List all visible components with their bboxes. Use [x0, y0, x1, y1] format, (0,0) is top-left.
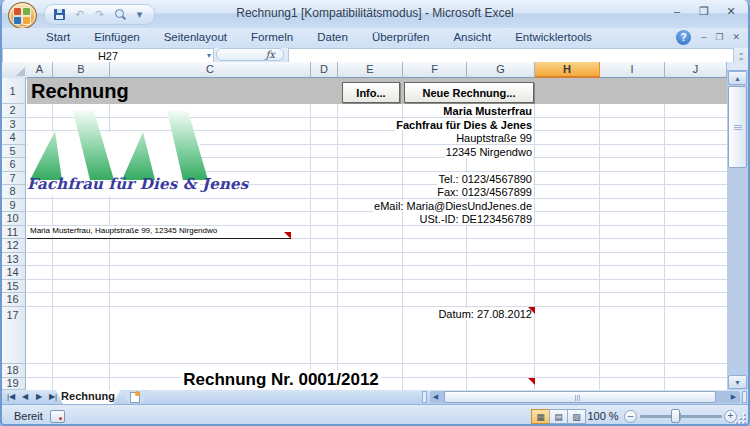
- column-header-selected[interactable]: H: [535, 62, 600, 78]
- minimize-button[interactable]: –: [670, 5, 684, 18]
- last-sheet-button[interactable]: ▶|: [48, 391, 58, 403]
- info-button[interactable]: Info...: [342, 82, 400, 103]
- name-box[interactable]: H27 ▾: [2, 48, 214, 63]
- scroll-down-button[interactable]: ▼: [728, 375, 747, 389]
- scroll-right-button[interactable]: ▶: [727, 391, 740, 403]
- zoom-level: 100 %: [586, 410, 620, 422]
- vertical-split-handle[interactable]: [727, 62, 748, 71]
- column-header[interactable]: J: [665, 62, 727, 78]
- gridline: [664, 78, 665, 390]
- excel-window: ↶ ↷ ▾ Rechnung1 [Kompatibilitätsmodus] -…: [0, 0, 750, 426]
- workbook-minimize-button[interactable]: –: [701, 32, 706, 42]
- row-header[interactable]: 6: [0, 158, 26, 172]
- status-mode: Bereit: [14, 410, 43, 422]
- help-button[interactable]: ?: [676, 30, 691, 45]
- view-page-layout-button[interactable]: ▤: [549, 409, 568, 424]
- horizontal-split-handle[interactable]: [742, 391, 747, 403]
- sender-underline: [27, 238, 291, 239]
- window-title: Rechnung1 [Kompatibilitätsmodus] - Micro…: [0, 6, 750, 20]
- vertical-scrollbar[interactable]: ▲ ▼: [727, 62, 748, 390]
- workbook-close-button[interactable]: ✕: [732, 32, 740, 42]
- tab-ansicht[interactable]: Ansicht: [441, 28, 503, 48]
- row-header[interactable]: 9: [0, 199, 26, 213]
- sheet-tab-rechnung[interactable]: Rechnung: [56, 390, 120, 404]
- gridline: [27, 252, 727, 253]
- close-button[interactable]: ✕: [724, 5, 738, 18]
- row-header[interactable]: 11: [0, 226, 26, 240]
- column-header[interactable]: E: [338, 62, 403, 78]
- row-header[interactable]: 18: [0, 364, 26, 378]
- sheet-title-cell: Rechnung: [31, 80, 129, 103]
- first-sheet-button[interactable]: |◀: [6, 391, 16, 403]
- gridline: [27, 279, 727, 280]
- tab-seitenlayout[interactable]: Seitenlayout: [152, 28, 239, 48]
- row-header[interactable]: 8: [0, 185, 26, 199]
- maximize-button[interactable]: ❐: [697, 5, 711, 18]
- view-normal-button[interactable]: ▦: [531, 409, 550, 424]
- row-header[interactable]: 15: [0, 280, 26, 294]
- row-header[interactable]: 14: [0, 266, 26, 280]
- row-header[interactable]: 19: [0, 378, 26, 391]
- tab-split-handle[interactable]: [422, 391, 427, 403]
- scroll-left-button[interactable]: ◀: [429, 391, 442, 403]
- tab-entwicklertools[interactable]: Entwicklertools: [503, 28, 604, 48]
- cell-text: Fax: 0123/4567899: [300, 186, 533, 198]
- tab-formeln[interactable]: Formeln: [239, 28, 305, 48]
- insert-worksheet-tab[interactable]: [122, 390, 148, 403]
- row-header[interactable]: 13: [0, 253, 26, 267]
- logo-tagline: Fachfrau für Dies & Jenes: [27, 175, 249, 193]
- resize-grip[interactable]: [734, 412, 746, 424]
- row-header[interactable]: 17: [0, 307, 26, 365]
- row-header[interactable]: 10: [0, 212, 26, 226]
- zoom-slider-thumb[interactable]: [671, 409, 680, 423]
- next-sheet-button[interactable]: ▶: [34, 391, 44, 403]
- status-bar: Bereit ▦ ▤ ▨ 100 % – +: [0, 404, 750, 426]
- column-header[interactable]: F: [403, 62, 467, 78]
- column-header[interactable]: G: [467, 62, 535, 78]
- gridline: [27, 363, 727, 364]
- cell-text: Maria Musterfrau: [300, 105, 533, 117]
- sheet-tab-bar: |◀ ◀ ▶ ▶| Rechnung ◀ ▶: [0, 390, 750, 404]
- gridline: [27, 265, 727, 266]
- row-header[interactable]: 12: [0, 239, 26, 253]
- cell-text: Tel.: 0123/4567890: [300, 173, 533, 185]
- view-page-break-button[interactable]: ▨: [567, 409, 586, 424]
- formula-bar-expand-button[interactable]: ⌄ ⌄: [734, 48, 748, 61]
- row-header[interactable]: 16: [0, 293, 26, 307]
- row-header[interactable]: 5: [0, 145, 26, 159]
- column-header[interactable]: I: [600, 62, 665, 78]
- tab-start[interactable]: Start: [34, 28, 82, 48]
- zoom-slider-track[interactable]: [640, 415, 722, 418]
- vertical-scroll-thumb[interactable]: [728, 86, 747, 168]
- scroll-up-button[interactable]: ▲: [728, 71, 747, 85]
- column-header[interactable]: B: [53, 62, 110, 78]
- horizontal-scroll-thumb[interactable]: [444, 391, 716, 403]
- column-header[interactable]: C: [110, 62, 311, 78]
- name-box-value: H27: [98, 50, 118, 62]
- tab-einfuegen[interactable]: Einfügen: [82, 28, 151, 48]
- workbook-restore-button[interactable]: ❐: [715, 32, 723, 42]
- row-header[interactable]: 7: [0, 172, 26, 186]
- workbook-window-controls: – ❐ ✕: [701, 32, 740, 42]
- row-header[interactable]: 2: [0, 104, 26, 118]
- formula-input[interactable]: [288, 48, 734, 63]
- insert-function-button[interactable]: ƒx: [216, 48, 284, 61]
- gridline: [27, 292, 727, 293]
- select-all-corner[interactable]: [0, 62, 28, 79]
- tab-ueberpruefen[interactable]: Überprüfen: [360, 28, 442, 48]
- new-invoice-button[interactable]: Neue Rechnung...: [404, 82, 534, 103]
- name-box-dropdown-icon[interactable]: ▾: [207, 49, 211, 62]
- row-header[interactable]: 1: [0, 78, 26, 104]
- row-header[interactable]: 4: [0, 131, 26, 145]
- column-header[interactable]: D: [311, 62, 338, 78]
- window-controls: – ❐ ✕: [670, 5, 738, 18]
- tab-daten[interactable]: Daten: [305, 28, 360, 48]
- zoom-out-button[interactable]: –: [624, 410, 637, 423]
- column-header[interactable]: A: [27, 62, 53, 78]
- row-header[interactable]: 3: [0, 118, 26, 132]
- cell-grid[interactable]: Rechnung Info... Neue Rechnung... Fachfr…: [27, 78, 727, 390]
- prev-sheet-button[interactable]: ◀: [20, 391, 30, 403]
- worksheet: A B C D E F G H I J 12345678910111213141…: [0, 62, 727, 390]
- macro-record-button[interactable]: [50, 410, 65, 423]
- sheet-nav-buttons: |◀ ◀ ▶ ▶|: [6, 391, 58, 403]
